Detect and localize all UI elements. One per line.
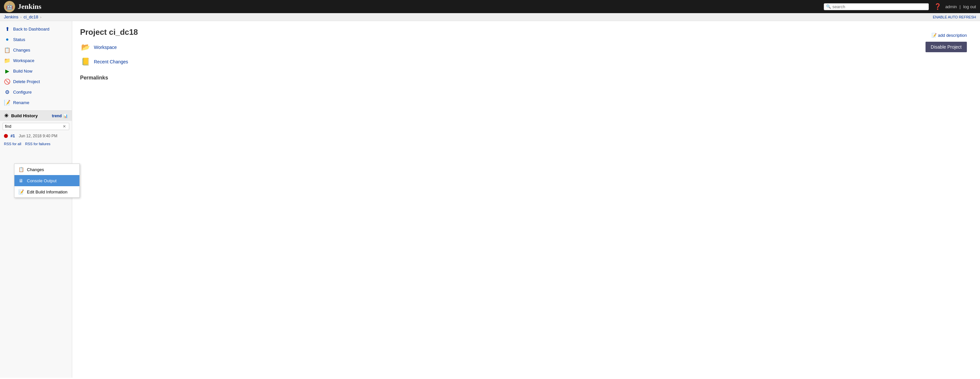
ctx-edit-label: Edit Build Information <box>27 190 68 194</box>
build-history-header: ☀ Build History trend 📊 <box>0 111 72 121</box>
build-now-icon: ▶ <box>4 68 11 74</box>
sidebar-label-back: Back to Dashboard <box>13 27 49 32</box>
rss-failures-link[interactable]: RSS for failures <box>25 142 51 146</box>
search-area: 🔍 ❓ <box>824 3 941 10</box>
sidebar-item-status[interactable]: ● Status <box>0 34 72 45</box>
context-menu: 📋 Changes 🖥 Console Output 📝 Edit Build … <box>14 164 80 198</box>
sidebar-item-workspace[interactable]: 📁 Workspace <box>0 55 72 66</box>
ctx-changes-icon: 📋 <box>18 166 24 173</box>
ctx-console-output[interactable]: 🖥 Console Output <box>14 175 80 186</box>
sidebar-label-status: Status <box>13 37 25 42</box>
add-description-label: add description <box>938 33 967 38</box>
build-history-title: Build History <box>11 113 38 118</box>
build-history-find: ✕ <box>0 121 72 132</box>
build-number-link[interactable]: #1 <box>11 134 15 138</box>
jenkins-logo-text: Jenkins <box>18 2 41 11</box>
sidebar-item-back-to-dashboard[interactable]: ⬆ Back to Dashboard <box>0 24 72 34</box>
main-layout: ⬆ Back to Dashboard ● Status 📋 Changes 📁… <box>0 21 980 378</box>
back-icon: ⬆ <box>4 25 11 32</box>
content-main: Project ci_dc18 📂 Workspace 📒 Recent Cha… <box>80 27 972 83</box>
content-area: Project ci_dc18 📂 Workspace 📒 Recent Cha… <box>72 21 980 378</box>
content-links: 📂 Workspace 📒 Recent Changes <box>80 42 900 67</box>
ctx-console-label: Console Output <box>27 178 56 183</box>
recent-changes-link-icon: 📒 <box>80 56 91 67</box>
rename-icon: 📝 <box>4 99 11 106</box>
workspace-link[interactable]: Workspace <box>94 45 117 50</box>
admin-link[interactable]: admin <box>945 4 957 9</box>
changes-icon: 📋 <box>4 47 11 53</box>
breadcrumb-sep-2: › <box>40 15 42 19</box>
breadcrumb: Jenkins › ci_dc18 › ENABLE AUTO REFRESH <box>0 13 980 21</box>
add-description-link[interactable]: 📝 add description <box>931 33 967 38</box>
breadcrumb-sep-1: › <box>20 15 22 19</box>
recent-changes-link[interactable]: Recent Changes <box>94 59 128 64</box>
sidebar-label-workspace: Workspace <box>13 58 35 63</box>
sidebar-item-delete-project[interactable]: 🚫 Delete Project <box>0 76 72 87</box>
search-icon: 🔍 <box>826 4 831 9</box>
build-history-section: ☀ Build History trend 📊 ✕ #1 Jun 12, 201… <box>0 110 72 148</box>
enable-auto-refresh-link[interactable]: ENABLE AUTO REFRESH <box>933 15 976 19</box>
build-history-search-input[interactable] <box>3 123 69 130</box>
logo-area: 🤖 Jenkins <box>4 1 41 12</box>
sidebar-label-configure: Configure <box>13 90 32 95</box>
permalinks-title: Permalinks <box>80 75 900 81</box>
sidebar-label-delete: Delete Project <box>13 79 40 84</box>
right-panel: 📝 add description Disable Project <box>900 27 972 83</box>
sidebar-item-configure[interactable]: ⚙ Configure <box>0 87 72 97</box>
sidebar: ⬆ Back to Dashboard ● Status 📋 Changes 📁… <box>0 21 72 378</box>
ctx-changes-label: Changes <box>27 167 44 172</box>
sidebar-item-rename[interactable]: 📝 Rename <box>0 97 72 108</box>
build-entry-1[interactable]: #1 Jun 12, 2018 9:40 PM <box>0 132 72 140</box>
build-history-sun-icon: ☀ <box>4 113 8 119</box>
breadcrumb-project[interactable]: ci_dc18 <box>24 14 38 19</box>
logout-link[interactable]: log out <box>963 4 976 9</box>
ctx-changes[interactable]: 📋 Changes <box>14 164 80 175</box>
content-body: Project ci_dc18 📂 Workspace 📒 Recent Cha… <box>80 27 900 83</box>
ctx-edit-build-info[interactable]: 📝 Edit Build Information <box>14 186 80 197</box>
jenkins-logo-icon: 🤖 <box>4 1 15 12</box>
search-input[interactable] <box>832 4 926 9</box>
search-clear-button[interactable]: ✕ <box>63 124 66 129</box>
search-box: 🔍 <box>824 3 929 10</box>
user-area: admin | log out <box>945 4 976 9</box>
sidebar-item-build-now[interactable]: ▶ Build Now <box>0 66 72 76</box>
sidebar-label-build-now: Build Now <box>13 68 32 73</box>
trend-link[interactable]: trend 📊 <box>52 114 68 118</box>
workspace-link-item: 📂 Workspace <box>80 42 900 53</box>
sidebar-label-rename: Rename <box>13 100 29 105</box>
sidebar-label-changes: Changes <box>13 48 30 53</box>
pipe-separator: | <box>960 4 961 9</box>
page-title: Project ci_dc18 <box>80 27 900 37</box>
disable-project-button[interactable]: Disable Project <box>926 42 967 52</box>
status-icon: ● <box>4 36 11 43</box>
rss-all-link[interactable]: RSS for all <box>4 142 21 146</box>
build-status-failed-icon <box>4 134 8 138</box>
workspace-link-icon: 📂 <box>80 42 91 53</box>
breadcrumb-jenkins[interactable]: Jenkins <box>4 14 18 19</box>
ctx-console-icon: 🖥 <box>18 177 24 184</box>
trend-icon: 📊 <box>63 114 68 118</box>
configure-icon: ⚙ <box>4 89 11 95</box>
help-icon[interactable]: ❓ <box>934 3 941 10</box>
edit-desc-icon: 📝 <box>931 33 937 38</box>
workspace-icon: 📁 <box>4 57 11 64</box>
recent-changes-link-item: 📒 Recent Changes <box>80 56 900 67</box>
ctx-edit-icon: 📝 <box>18 188 24 195</box>
navbar: 🤖 Jenkins 🔍 ❓ admin | log out <box>0 0 980 13</box>
sidebar-item-changes[interactable]: 📋 Changes <box>0 45 72 55</box>
delete-icon: 🚫 <box>4 78 11 85</box>
build-time: Jun 12, 2018 9:40 PM <box>19 134 57 138</box>
build-history-footer: RSS for all RSS for failures <box>0 140 72 148</box>
